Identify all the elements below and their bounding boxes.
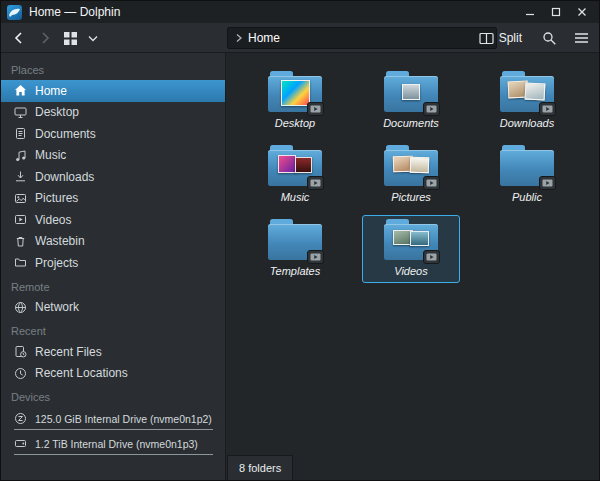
titlebar[interactable]: Home — Dolphin	[1, 1, 599, 23]
recent-files-icon	[14, 345, 27, 358]
media-preview-emblem-icon	[539, 176, 556, 190]
breadcrumb-location[interactable]: Home	[248, 31, 280, 45]
sidebar-item-label: Projects	[35, 256, 78, 270]
folder-icon	[268, 219, 322, 261]
sidebar-item-device-2[interactable]: 1.2 TiB Internal Drive (nvme0n1p3)	[1, 432, 225, 457]
window-title: Home — Dolphin	[29, 5, 120, 19]
breadcrumb-root-chevron-icon[interactable]	[235, 33, 243, 43]
dolphin-window: Home — Dolphin	[0, 0, 600, 481]
back-button[interactable]	[9, 28, 29, 48]
section-header-devices: Devices	[1, 384, 225, 407]
folder-item-pictures[interactable]: Pictures	[362, 141, 460, 209]
folder-icon	[14, 256, 27, 269]
sidebar-item-projects[interactable]: Projects	[1, 252, 225, 274]
capacity-bar	[14, 454, 213, 455]
folder-icon	[268, 71, 322, 113]
clock-icon	[14, 367, 27, 380]
media-preview-emblem-icon	[307, 176, 324, 190]
sidebar-item-label: Videos	[35, 213, 71, 227]
sidebar-item-label: Recent Locations	[35, 366, 128, 380]
sidebar-item-downloads[interactable]: Downloads	[1, 166, 225, 188]
sidebar-item-videos[interactable]: Videos	[1, 209, 225, 231]
capacity-bar	[14, 429, 213, 430]
folder-grid: Desktop Documents Downloads	[227, 53, 599, 289]
sidebar-item-desktop[interactable]: Desktop	[1, 102, 225, 124]
sidebar-item-recent-files[interactable]: Recent Files	[1, 341, 225, 363]
window-controls	[523, 5, 593, 19]
document-icon	[14, 127, 27, 140]
trash-icon	[14, 235, 27, 248]
sidebar-item-music[interactable]: Music	[1, 145, 225, 167]
folder-item-templates[interactable]: Templates	[246, 215, 344, 283]
folder-item-downloads[interactable]: Downloads	[478, 67, 576, 135]
media-preview-emblem-icon	[423, 250, 440, 264]
folder-item-music[interactable]: Music	[246, 141, 344, 209]
dolphin-app-icon	[7, 5, 22, 20]
media-preview-emblem-icon	[307, 102, 324, 116]
view-mode-icons-button[interactable]	[61, 29, 80, 48]
maximize-button[interactable]	[549, 5, 563, 19]
navigation-group	[9, 23, 100, 53]
close-button[interactable]	[575, 5, 589, 19]
hard-drive-icon	[14, 437, 27, 450]
sidebar-item-documents[interactable]: Documents	[1, 123, 225, 145]
sidebar-item-label: Documents	[35, 127, 96, 141]
folder-icon	[384, 219, 438, 261]
sidebar-item-label: Network	[35, 300, 79, 314]
places-panel: Places Home Desktop Documents Music Down…	[1, 53, 226, 480]
media-preview-emblem-icon	[423, 102, 440, 116]
folder-item-videos[interactable]: Videos	[362, 215, 460, 283]
folder-icon	[384, 71, 438, 113]
sidebar-item-label: Downloads	[35, 170, 94, 184]
media-preview-emblem-icon	[423, 176, 440, 190]
folder-icon	[268, 145, 322, 187]
hamburger-menu-icon[interactable]	[572, 30, 591, 46]
folder-item-public[interactable]: Public	[478, 141, 576, 209]
sidebar-item-label: Recent Files	[35, 345, 102, 359]
folder-count-text: 8 folders	[239, 462, 281, 474]
hard-drive-icon	[14, 412, 27, 425]
sidebar-item-recent-locations[interactable]: Recent Locations	[1, 363, 225, 385]
split-button-label: Split	[499, 31, 522, 45]
folder-label: Public	[512, 191, 542, 203]
folder-item-desktop[interactable]: Desktop	[246, 67, 344, 135]
status-bar: 8 folders	[227, 455, 293, 480]
media-preview-emblem-icon	[307, 250, 324, 264]
sidebar-item-label: Music	[35, 148, 66, 162]
folder-icon	[500, 145, 554, 187]
sidebar-item-network[interactable]: Network	[1, 297, 225, 319]
section-header-recent: Recent	[1, 318, 225, 341]
split-button[interactable]: Split	[474, 28, 527, 48]
sidebar-item-label: Wastebin	[35, 234, 85, 248]
view-mode-dropdown-chevron-icon[interactable]	[86, 33, 100, 44]
folder-label: Downloads	[500, 117, 554, 129]
forward-button[interactable]	[35, 28, 55, 48]
toolbar: Home Split	[1, 23, 599, 53]
sidebar-item-wastebin[interactable]: Wastebin	[1, 231, 225, 253]
section-header-remote: Remote	[1, 274, 225, 297]
breadcrumb[interactable]: Home	[227, 27, 497, 49]
folder-icon	[500, 71, 554, 113]
sidebar-item-home[interactable]: Home	[1, 80, 225, 102]
sidebar-item-device-1[interactable]: 125.0 GiB Internal Drive (nvme0n1p2)	[1, 407, 225, 432]
toolbar-right-group: Split	[474, 23, 591, 53]
folder-label: Templates	[270, 265, 320, 277]
folder-label: Pictures	[391, 191, 431, 203]
video-icon	[14, 213, 27, 226]
sidebar-item-label: Pictures	[35, 191, 78, 205]
image-icon	[14, 192, 27, 205]
search-icon[interactable]	[540, 29, 559, 48]
sidebar-item-label: Home	[35, 84, 67, 98]
folder-label: Videos	[394, 265, 427, 277]
network-globe-icon	[14, 301, 27, 314]
sidebar-item-pictures[interactable]: Pictures	[1, 188, 225, 210]
section-header-places: Places	[1, 57, 225, 80]
folder-view[interactable]: Desktop Documents Downloads	[227, 53, 599, 480]
folder-label: Documents	[383, 117, 439, 129]
minimize-button[interactable]	[523, 5, 537, 19]
folder-item-documents[interactable]: Documents	[362, 67, 460, 135]
home-icon	[14, 84, 27, 97]
media-preview-emblem-icon	[539, 102, 556, 116]
monitor-icon	[14, 106, 27, 119]
device-label: 125.0 GiB Internal Drive (nvme0n1p2)	[35, 413, 212, 425]
